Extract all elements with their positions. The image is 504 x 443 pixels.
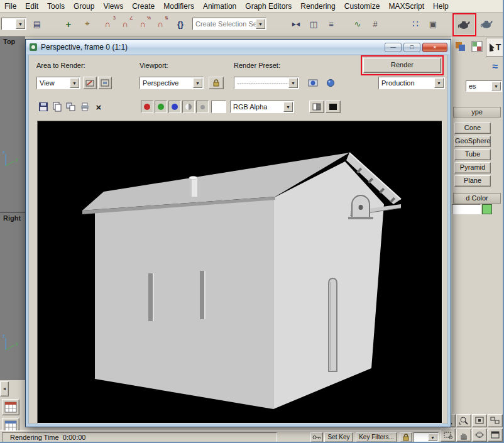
print-image-icon[interactable]: [79, 101, 91, 113]
snap-percent-icon[interactable]: ∩ %: [134, 16, 151, 32]
combo-arrow-icon[interactable]: ▼: [256, 19, 265, 29]
geosphere-button[interactable]: GeoSphere: [454, 136, 491, 147]
pyramid-button[interactable]: Pyramid: [454, 162, 491, 173]
viewport-right[interactable]: Right z y: [0, 213, 25, 380]
alpha-channel-toggle[interactable]: [196, 101, 209, 113]
render-setup-dialog-icon[interactable]: [305, 77, 320, 89]
viewport-top[interactable]: Top z y: [0, 36, 25, 212]
cone-button[interactable]: Cone: [454, 123, 491, 134]
combo-arrow-icon[interactable]: ▼: [193, 78, 202, 88]
combo-arrow-icon[interactable]: ▼: [283, 102, 293, 112]
combo-arrow-icon[interactable]: ▼: [70, 78, 79, 88]
combo-arrow-icon[interactable]: ▼: [428, 434, 437, 441]
viewport-lock-toggle[interactable]: [209, 77, 224, 89]
clone-window-icon[interactable]: [65, 101, 77, 113]
object-name-field[interactable]: [452, 204, 481, 214]
object-type-rollout-header[interactable]: ype: [453, 107, 501, 118]
select-by-name-icon[interactable]: ▤: [29, 16, 45, 32]
toggle-ui-icon[interactable]: [326, 101, 341, 113]
maximize-viewport-icon[interactable]: [488, 429, 503, 442]
viewport-combo[interactable]: Perspective ▼: [140, 77, 204, 89]
selection-filter-combo[interactable]: ▼: [1, 18, 26, 30]
pan-icon[interactable]: [456, 429, 471, 442]
green-channel-toggle[interactable]: [155, 101, 167, 113]
material-editor-icon[interactable]: ∷: [407, 16, 424, 32]
layer-manager-icon[interactable]: ≡: [323, 16, 339, 32]
zoom-extents-all-icon[interactable]: [488, 414, 503, 427]
monochrome-toggle[interactable]: [182, 101, 195, 113]
edit-region-icon[interactable]: [83, 77, 97, 89]
environment-dialog-icon[interactable]: [323, 77, 338, 89]
curve-editor-icon[interactable]: ∿: [349, 16, 366, 32]
window-titlebar[interactable]: Perspective, frame 0 (1:1) — □ ×: [26, 40, 450, 54]
zoom-extents-icon[interactable]: [472, 414, 487, 427]
modify-panel-tab-icon[interactable]: [469, 39, 485, 54]
menu-item-group[interactable]: Group: [69, 1, 99, 12]
render-preset-combo[interactable]: ------------------------ ▼: [234, 77, 299, 89]
snap-angle-icon[interactable]: ∩ ∠: [117, 16, 133, 32]
maximize-button[interactable]: □: [403, 43, 420, 52]
select-and-manipulate-icon[interactable]: +: [60, 16, 77, 32]
snap-spinner-icon[interactable]: ∩ ⇅: [152, 16, 168, 32]
blue-channel-toggle[interactable]: [168, 101, 181, 113]
snap-3d-icon[interactable]: ∩ 3: [99, 16, 116, 32]
selection-lock-toggle[interactable]: [400, 432, 412, 442]
split-channel-icon[interactable]: [309, 101, 324, 113]
menu-item-tools[interactable]: Tools: [43, 1, 69, 12]
curve-editor-glyph: ∿: [354, 19, 361, 29]
align-icon[interactable]: ◫: [305, 16, 322, 32]
object-color-swatch[interactable]: [482, 204, 492, 214]
background-color-swatch[interactable]: [211, 101, 226, 113]
mirror-icon[interactable]: ▶◀: [288, 16, 304, 32]
red-channel-toggle[interactable]: [141, 101, 153, 113]
copy-image-icon[interactable]: [51, 101, 63, 113]
auto-region-icon[interactable]: [98, 77, 112, 89]
render-mode-combo[interactable]: Production ▼: [378, 77, 445, 89]
time-field-combo[interactable]: ▼: [414, 432, 439, 442]
zoom-region-icon[interactable]: [441, 429, 456, 442]
combo-arrow-icon[interactable]: ▼: [434, 78, 444, 88]
name-color-rollout-header[interactable]: d Color: [453, 193, 501, 204]
menu-item-modifiers[interactable]: Modifiers: [159, 1, 199, 12]
combo-arrow-icon[interactable]: ▼: [491, 82, 501, 90]
save-image-icon[interactable]: [37, 101, 50, 113]
splitter-arrow-button[interactable]: ◄: [0, 381, 9, 397]
schematic-view-icon[interactable]: #: [367, 16, 383, 32]
minimize-button[interactable]: —: [385, 43, 402, 52]
set-key-toggle[interactable]: [310, 432, 323, 442]
mini-curve-editor-icon[interactable]: [2, 399, 19, 415]
tube-button[interactable]: Tube: [454, 149, 491, 160]
spacewarps-category-icon[interactable]: ≈: [488, 60, 502, 73]
menu-item-customize[interactable]: Customize: [340, 1, 385, 12]
menu-item-animation[interactable]: Animation: [199, 1, 241, 12]
menu-item-maxscript[interactable]: MAXScript: [384, 1, 429, 12]
close-button[interactable]: ×: [422, 43, 447, 52]
set-key-button[interactable]: Set Key: [324, 432, 353, 442]
channel-display-combo[interactable]: RGB Alpha ▼: [230, 101, 294, 113]
quick-render-icon[interactable]: [479, 16, 495, 32]
key-filters-button[interactable]: Key Filters...: [356, 432, 397, 442]
plane-button[interactable]: Plane: [454, 175, 491, 187]
named-selection-sets-icon[interactable]: {}: [172, 16, 189, 32]
menu-item-file[interactable]: File: [0, 1, 21, 12]
arc-rotate-icon[interactable]: [472, 429, 487, 442]
zoom-all-icon[interactable]: [456, 414, 471, 427]
combo-arrow-icon[interactable]: ▼: [288, 78, 298, 88]
primitive-category-combo[interactable]: es ▼: [466, 80, 502, 92]
menu-item-help[interactable]: Help: [429, 1, 453, 12]
create-panel-tab-icon[interactable]: [453, 39, 468, 54]
render-setup-icon[interactable]: [455, 15, 474, 34]
menu-item-views[interactable]: Views: [99, 1, 128, 12]
arrow-t-icon[interactable]: T: [486, 38, 503, 57]
menu-item-create[interactable]: Create: [128, 1, 159, 12]
render-button[interactable]: Render: [363, 58, 441, 73]
menu-item-rendering[interactable]: Rendering: [296, 1, 339, 12]
rendered-frame-window-icon[interactable]: ▣: [425, 16, 441, 32]
named-selection-set-combo[interactable]: Create Selection Set ▼: [192, 18, 266, 30]
menu-item-edit[interactable]: Edit: [21, 1, 43, 12]
clear-image-icon[interactable]: ×: [92, 101, 105, 113]
area-to-render-combo[interactable]: View ▼: [36, 77, 80, 89]
combo-arrow-icon[interactable]: ▼: [16, 19, 25, 29]
select-object-icon[interactable]: ⌖: [79, 16, 96, 32]
menu-item-graph-editors[interactable]: Graph Editors: [241, 1, 296, 12]
